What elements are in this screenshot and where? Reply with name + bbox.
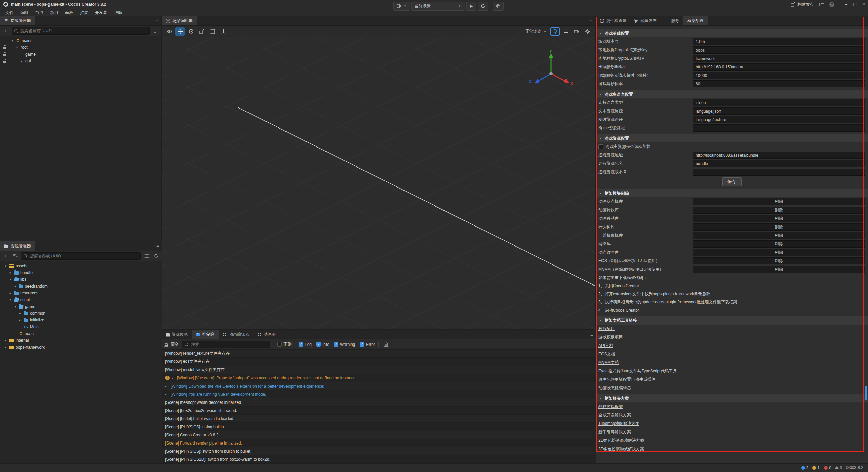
tree-node-script[interactable]: ▾script (0, 296, 162, 303)
chevron-expanded-icon[interactable]: ▾ (8, 298, 13, 301)
assets-search[interactable] (21, 252, 141, 260)
log-row[interactable]: [Window] render_texture文件夹存在 (162, 350, 596, 358)
panel-menu-icon[interactable]: ≡ (590, 18, 592, 24)
console-search-input[interactable] (191, 342, 268, 347)
remove-module-button[interactable]: 剔除 (693, 240, 865, 248)
field-input[interactable]: zh,en (693, 99, 865, 106)
log-row[interactable]: [Window] model_view文件夹存在 (162, 366, 596, 374)
panel-menu-icon[interactable]: ≡ (156, 18, 158, 24)
log-row[interactable]: [Scene] [PHYSICS2D]: switch from box2d-w… (162, 455, 596, 463)
axis-gizmo[interactable]: Y X Z (526, 49, 576, 97)
log-row[interactable]: [Scene] [bullet]:bullet wasm lib loaded. (162, 415, 596, 423)
section-header-游戏基础配置[interactable]: ▾游戏基础配置 (596, 29, 868, 37)
field-input[interactable]: http://localhost:8083/assets/bundle (693, 152, 865, 159)
scale-tool-button[interactable] (197, 27, 206, 36)
tree-node-main[interactable]: main (0, 330, 162, 337)
hierarchy-filter-icon[interactable] (152, 27, 159, 35)
tab-属性检查器[interactable]: 属性检查器 (596, 16, 631, 25)
remove-module-button[interactable]: 剔除 (693, 257, 865, 264)
link-row[interactable]: Excel格式转Json文件与TypeScript代码工具 (596, 367, 868, 375)
link-row[interactable]: 动画状态机编辑器 (596, 384, 868, 392)
right-panel-scrollbar[interactable] (865, 386, 867, 400)
tree-node-resources[interactable]: ▸resources (0, 290, 162, 296)
section-header-框架解决方案[interactable]: ▾框架解决方案 (596, 394, 868, 402)
remove-module-button[interactable]: 剔除 (693, 249, 865, 256)
tab-动画图[interactable]: 动画图 (253, 330, 280, 339)
link-row[interactable]: 3D角色扮演游戏解决方案 (596, 445, 868, 453)
menu-项目[interactable]: 项目 (47, 9, 62, 16)
field-input[interactable]: language/texture (693, 116, 865, 123)
tab-框架配置[interactable]: 框架配置 (683, 16, 708, 25)
3d-toggle-button[interactable]: 3D (164, 27, 174, 36)
log-row[interactable]: [Window] ecs文件夹存在 (162, 358, 596, 366)
hierarchy-search-input[interactable] (20, 28, 147, 33)
field-input[interactable]: language/json (693, 107, 865, 115)
link-row[interactable]: Tiledmap地图解决方案 (596, 419, 868, 428)
link-row[interactable]: 原生包热更新配置自动生成插件 (596, 375, 868, 384)
tree-node-assets[interactable]: ▾assets (0, 262, 162, 269)
filter-error-checkbox[interactable]: ✓Error (360, 342, 375, 347)
preview-qr-button[interactable] (493, 2, 504, 11)
regex-checkbox[interactable]: 正则 (277, 341, 292, 347)
remove-module-button[interactable]: 剔除 (693, 215, 865, 222)
assets-filter-icon[interactable] (143, 252, 150, 260)
remove-module-button[interactable]: 剔除 (693, 198, 865, 205)
chevron-collapsed-icon[interactable]: ▸ (20, 59, 24, 63)
grid-toggle-button[interactable] (561, 27, 571, 36)
tree-node-common[interactable]: ▸common (0, 310, 162, 317)
tree-node-bundle[interactable]: ▸bundle (0, 269, 162, 276)
tab-hierarchy[interactable]: 层级管理器 (0, 16, 35, 25)
scene-select[interactable]: 当前场景 ▾ (411, 2, 465, 11)
tab-scene-editor[interactable]: 场景编辑器 (162, 16, 197, 25)
chevron-collapsed-icon[interactable]: ▸ (8, 271, 13, 274)
section-header-游戏资源配置[interactable]: ▾游戏资源配置 (596, 134, 868, 142)
scene-viewport[interactable]: Y X Z (162, 37, 595, 329)
view-mode-select[interactable]: 正常浏览 ▾ (523, 27, 549, 36)
tree-node-game[interactable]: game (0, 51, 161, 58)
section-header-游戏多语言配置[interactable]: ▾游戏多语言配置 (596, 90, 868, 98)
warning-count[interactable]: 1 (812, 466, 820, 470)
log-row[interactable]: [Scene] Forward render pipeline initiali… (162, 439, 596, 447)
field-input[interactable]: framework (693, 55, 865, 62)
notification-count[interactable]: 0 (835, 466, 842, 470)
field-input[interactable]: oops (693, 46, 865, 54)
link-row[interactable]: 教程项目 (596, 324, 868, 333)
log-row[interactable]: [Scene] Cocos Creator v3.8.2 (162, 431, 596, 439)
field-input[interactable]: http://192.168.0.150/main/ (693, 63, 865, 71)
link-row[interactable]: 全栈开发解决方案 (596, 411, 868, 419)
gizmo-space-button[interactable] (219, 27, 228, 36)
link-row[interactable]: 战棋游戏框架 (596, 402, 868, 411)
open-folder-button[interactable] (818, 2, 825, 7)
error-count[interactable]: 0 (824, 466, 831, 470)
help-button[interactable]: ? (829, 2, 834, 7)
chevron-expanded-icon[interactable]: ▾ (13, 305, 17, 308)
menu-编辑[interactable]: 编辑 (17, 9, 32, 16)
sort-assets-button[interactable] (12, 252, 19, 260)
hierarchy-search[interactable] (12, 27, 150, 35)
remove-module-button[interactable]: 剔除 (693, 223, 865, 231)
chevron-expanded-icon[interactable]: ▾ (8, 278, 13, 281)
chevron-expanded-icon[interactable]: ▾ (4, 264, 8, 268)
chevron-collapsed-icon[interactable]: ▸ (18, 312, 22, 315)
tree-node-seedrandom[interactable]: ▸seedrandom (0, 283, 162, 290)
remove-module-button[interactable]: 剔除 (693, 266, 865, 273)
log-row[interactable]: [Scene] [box2d]:box2d wasm lib loaded. (162, 407, 596, 415)
field-input[interactable] (693, 124, 865, 132)
link-row[interactable]: 新手引导解决方案 (596, 428, 868, 436)
chevron-collapsed-icon[interactable]: ▸ (4, 339, 8, 342)
tree-node-oops-framework[interactable]: ▸oops-framework (0, 344, 162, 351)
minimize-button[interactable]: − (845, 2, 847, 7)
assets-search-input[interactable] (29, 254, 138, 258)
log-file-button[interactable] (382, 341, 390, 348)
tab-服务[interactable]: 服务 (661, 16, 683, 25)
panel-menu-icon[interactable]: ≡ (156, 243, 159, 249)
log-count[interactable]: 3 (801, 466, 809, 470)
link-row[interactable]: API文档 (596, 341, 868, 350)
menu-帮助[interactable]: 帮助 (111, 9, 125, 16)
tree-node-initialize[interactable]: ▸initialize (0, 317, 162, 323)
link-row[interactable]: 2D角色扮演游戏解决方案 (596, 436, 868, 445)
field-input[interactable]: 1.0.5 (693, 38, 865, 45)
link-row[interactable]: ECS文档 (596, 350, 868, 358)
menu-扩展[interactable]: 扩展 (77, 9, 92, 16)
log-expand-icon[interactable]: ▸ (165, 393, 169, 396)
